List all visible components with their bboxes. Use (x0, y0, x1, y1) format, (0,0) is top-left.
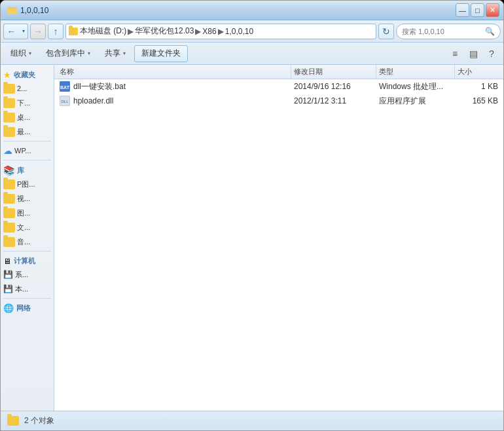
computer-label: 计算机 (14, 256, 35, 266)
sidebar-item-desktop[interactable]: 桌... (1, 110, 54, 124)
favorites-label: 收藏夹 (14, 70, 35, 80)
sidebar-fav1-label: 2... (17, 84, 27, 92)
up-button[interactable]: ↑ (48, 24, 63, 39)
sidebar-desktop-label: 桌... (17, 113, 30, 122)
search-box[interactable]: 🔍 (396, 24, 501, 39)
path-item-2: 华军优化包12.03 (135, 26, 194, 37)
sidebar-item-video[interactable]: 视... (1, 191, 54, 206)
close-button[interactable]: ✕ (486, 3, 499, 17)
file-list: BAT dll一键安装.bat 2014/9/16 12:16 Windows … (54, 79, 503, 411)
sidebar-item-fav1[interactable]: 2... (1, 81, 54, 96)
sidebar-item-sysdrive[interactable]: 💾 系... (1, 267, 54, 282)
dll-filename: hploader.dll (73, 96, 113, 105)
path-segment-2: 华军优化包12.03 (135, 26, 194, 37)
sidebar-item-localdisk[interactable]: 💾 本... (1, 282, 54, 296)
minimize-button[interactable]: — (456, 3, 469, 17)
view-options-button[interactable]: ≡ (447, 46, 463, 62)
folder-icon (3, 127, 15, 137)
sidebar-item-recent[interactable]: 最... (1, 124, 54, 139)
file-date-dll: 2012/1/12 3:11 (291, 96, 376, 105)
sidebar-computer-heading[interactable]: 🖥 计算机 (1, 253, 54, 267)
sidebar-sysdrive-label: 系... (15, 270, 28, 280)
svg-text:BAT: BAT (60, 85, 70, 90)
sidebar-item-fav2[interactable]: 下... (1, 96, 54, 110)
cloud-icon: ☁ (3, 145, 12, 156)
folder-icon (69, 28, 78, 35)
path-item-3: X86 (202, 27, 216, 36)
toolbar: 组织 ▾ 包含到库中 ▾ 共享 ▾ 新建文件夹 ≡ ▤ ? (1, 43, 503, 65)
sidebar-recent-label: 最... (17, 127, 30, 137)
col-size-label: 大小 (458, 67, 472, 77)
file-row-bat[interactable]: BAT dll一键安装.bat 2014/9/16 12:16 Windows … (54, 79, 503, 94)
favorites-star-icon: ★ (3, 70, 11, 80)
col-type-header[interactable]: 类型 (376, 65, 455, 79)
file-type-bat: Windows 批处理... (376, 81, 455, 92)
bat-filename: dll一键安装.bat (73, 81, 126, 92)
maximize-button[interactable]: □ (471, 3, 484, 17)
title-controls: — □ ✕ (456, 3, 499, 17)
file-type-dll: 应用程序扩展 (376, 96, 455, 107)
dll-file-icon: DLL (60, 96, 70, 106)
svg-rect-1 (8, 9, 17, 14)
organize-dropdown-arrow: ▾ (29, 50, 31, 56)
sidebar-item-pictures[interactable]: P图... (1, 177, 54, 191)
organize-label: 组织 (10, 48, 26, 59)
include-label: 包含到库中 (46, 48, 85, 59)
col-size-header[interactable]: 大小 (455, 65, 501, 79)
file-row-dll[interactable]: DLL hploader.dll 2012/1/12 3:11 应用程序扩展 1… (54, 94, 503, 108)
include-dropdown-arrow: ▾ (88, 50, 90, 56)
folder-icon (3, 179, 15, 189)
organize-button[interactable]: 组织 ▾ (5, 45, 37, 62)
search-icon[interactable]: 🔍 (485, 27, 495, 36)
address-path-bar[interactable]: 本地磁盘 (D:) ▶ 华军优化包12.03 ▶ X86 ▶ 1,0,0,10 (65, 24, 376, 39)
file-name-bat: BAT dll一键安装.bat (57, 81, 291, 92)
search-input[interactable] (402, 28, 482, 35)
toolbar-right: ≡ ▤ ? (447, 46, 499, 62)
refresh-button[interactable]: ↻ (378, 24, 394, 39)
sidebar-item-docs[interactable]: 文... (1, 220, 54, 234)
include-library-button[interactable]: 包含到库中 ▾ (40, 45, 96, 62)
sidebar-docs-label: 文... (17, 223, 30, 233)
folder-icon (3, 223, 15, 233)
sidebar-item-wp[interactable]: ☁ WP... (1, 143, 54, 158)
file-pane: 名称 修改日期 类型 大小 (54, 65, 503, 411)
file-size-bat: 1 KB (455, 82, 501, 91)
path-segment-4: 1,0,0,10 (225, 27, 253, 36)
sidebar-favorites-heading[interactable]: ★ 收藏夹 (1, 67, 54, 81)
new-folder-button[interactable]: 新建文件夹 (134, 45, 188, 62)
folder-icon (3, 208, 15, 218)
sidebar-images-label: 图... (17, 208, 30, 218)
sidebar-localdisk-label: 本... (15, 284, 28, 294)
sidebar: ★ 收藏夹 2... 下... 桌... 最... ☁ (1, 65, 54, 411)
share-button[interactable]: 共享 ▾ (99, 45, 132, 62)
sidebar-divider-3 (3, 251, 51, 252)
libraries-icon: 📚 (3, 165, 14, 176)
sidebar-divider-1 (3, 141, 51, 141)
file-date-bat: 2014/9/16 12:16 (291, 82, 376, 91)
path-item-4: 1,0,0,10 (225, 27, 253, 36)
window-icon (7, 5, 18, 16)
sidebar-item-images[interactable]: 图... (1, 206, 54, 220)
computer-icon: 🖥 (3, 257, 11, 266)
preview-pane-button[interactable]: ▤ (465, 46, 481, 62)
path-separator-1: ▶ (128, 27, 134, 36)
help-button[interactable]: ? (484, 46, 499, 62)
back-dropdown[interactable]: ▾ (19, 24, 28, 39)
sidebar-item-music[interactable]: 音... (1, 234, 54, 249)
sidebar-libraries-heading[interactable]: 📚 库 (1, 162, 54, 177)
share-dropdown-arrow: ▾ (123, 50, 126, 56)
title-bar: 1,0,0,10 — □ ✕ (1, 1, 503, 20)
folder-icon (3, 84, 15, 94)
sidebar-network-heading[interactable]: 🌐 网络 (1, 301, 54, 314)
file-size-dll: 165 KB (455, 96, 501, 105)
forward-button[interactable]: → (30, 24, 46, 39)
path-segment-1: 本地磁盘 (D:) (80, 26, 126, 37)
sidebar-music-label: 音... (17, 237, 30, 247)
col-date-header[interactable]: 修改日期 (291, 65, 376, 79)
col-name-label: 名称 (60, 67, 74, 77)
folder-icon (3, 237, 15, 247)
back-button[interactable]: ← (3, 24, 19, 39)
col-name-header[interactable]: 名称 (57, 65, 291, 79)
address-bar: ← ▾ → ↑ 本地磁盘 (D:) ▶ 华军优化包12.03 ▶ X86 ▶ 1… (1, 20, 503, 43)
explorer-window: 1,0,0,10 — □ ✕ ← ▾ → ↑ 本地磁盘 (D:) ▶ 华军优化包… (0, 0, 504, 431)
